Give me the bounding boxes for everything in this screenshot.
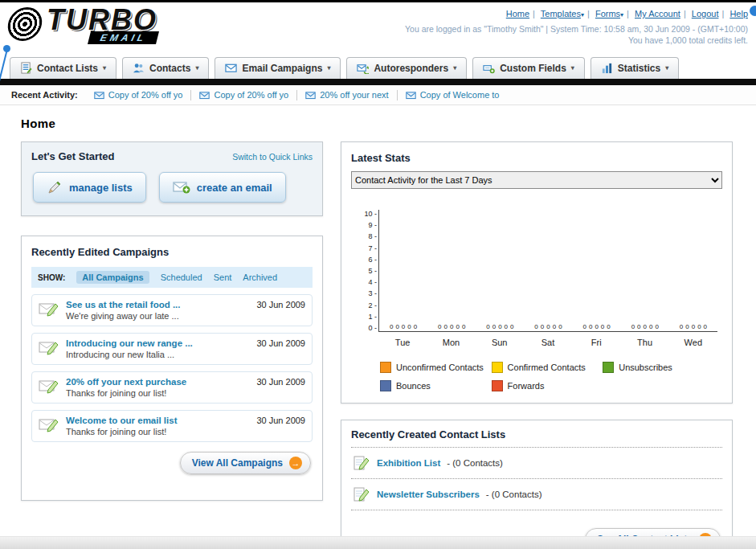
recent-activity-item[interactable]: Copy of Welcome to (398, 90, 508, 100)
legend-swatch (380, 362, 391, 373)
get-started-title: Let's Get Started (31, 150, 115, 162)
recently-edited-campaigns-panel: Recently Edited Campaigns SHOW: All Camp… (21, 236, 323, 501)
bar-value-label: 0 (462, 323, 465, 330)
nav-link-my-account[interactable]: My Account (635, 9, 680, 18)
legend-item: Unsubscribes (603, 362, 714, 373)
contact-lists-icon (20, 62, 32, 74)
bar-value-label: 0 (595, 323, 598, 330)
app-window: TURBO EMAIL Home| Templates▾| Forms▾| My… (0, 0, 756, 549)
tab-contact-lists[interactable]: Contact Lists ▾ (10, 57, 116, 79)
filter-tab-scheduled[interactable]: Scheduled (161, 272, 202, 282)
tab-statistics[interactable]: Statistics ▾ (590, 57, 679, 79)
bar-value-label: 0 (704, 323, 707, 330)
nav-link-help[interactable]: Help (729, 9, 748, 18)
legend-label: Bounces (396, 381, 431, 391)
tab-label: Statistics (618, 63, 660, 74)
switch-quick-links-link[interactable]: Switch to Quick Links (232, 152, 313, 162)
envelope-pencil-icon (39, 377, 59, 395)
bar-group: 00000 (524, 323, 572, 330)
recent-activity-label: Recent Activity: (11, 90, 78, 100)
nav-separator: | (587, 9, 590, 18)
nav-link-logout[interactable]: Logout (692, 9, 719, 18)
chart-y-tick: 1 - (356, 313, 377, 321)
campaign-title[interactable]: Introducing our new range ... (66, 338, 250, 348)
campaign-row[interactable]: 20% off your next purchase Thanks for jo… (31, 371, 313, 404)
bar-value-label: 0 (680, 323, 683, 330)
chart-x-tick-label: Sat (524, 338, 572, 347)
envelope-icon (406, 90, 416, 100)
list-pencil-icon (353, 486, 370, 502)
campaigns-title: Recently Edited Campaigns (31, 246, 169, 258)
envelope-icon (199, 90, 210, 100)
campaign-date: 30 Jun 2009 (256, 300, 305, 309)
chart-y-tick: 5 - (356, 267, 377, 275)
chart-x-tick-label: Tue (378, 338, 427, 347)
chart-x-tick-label: Wed (669, 338, 717, 347)
create-email-button[interactable]: create an email (159, 172, 286, 203)
legend-swatch (603, 362, 614, 373)
tab-autoresponders[interactable]: Autoresponders ▾ (346, 57, 467, 79)
contact-list-item[interactable]: Exhibition List - (0 Contacts) (351, 448, 722, 479)
campaign-title[interactable]: See us at the retail food ... (66, 300, 250, 309)
campaign-row[interactable]: Introducing our new range ... Introducin… (31, 333, 313, 365)
chart-y-tick: 9 - (356, 221, 377, 229)
nav-link-forms[interactable]: Forms (595, 9, 620, 18)
bar-value-label: 0 (450, 323, 453, 330)
contact-list-name[interactable]: Newsletter Subscribers (377, 490, 480, 499)
login-info: You are logged in as "Timothy Smith" | S… (405, 24, 748, 34)
recent-activity-item[interactable]: Copy of 20% off yo (86, 90, 192, 100)
bar-value-label: 0 (492, 323, 496, 330)
bar-value-label: 0 (402, 323, 405, 330)
email-campaigns-icon (225, 62, 237, 74)
nav-separator: | (533, 9, 535, 18)
filter-tab-archived[interactable]: Archived (243, 272, 277, 282)
bar-value-label: 0 (583, 323, 586, 330)
tab-custom-fields[interactable]: Custom Fields ▾ (472, 57, 585, 79)
envelope-pencil-icon (39, 416, 59, 433)
contact-activity-chart: 10 -9 -8 -7 -6 -5 -4 -3 -2 -1 -0 - 00000… (356, 210, 717, 391)
contacts-icon (133, 62, 145, 74)
app-logo: TURBO EMAIL (8, 6, 157, 52)
filter-tab-all-campaigns[interactable]: All Campaigns (76, 271, 149, 284)
corner-decoration-dot (750, 6, 756, 16)
bar-value-label: 0 (438, 323, 441, 330)
campaign-date: 30 Jun 2009 (256, 338, 305, 348)
bar-value-label: 0 (395, 323, 398, 330)
contact-list-item[interactable]: Newsletter Subscribers - (0 Contacts) (351, 479, 722, 510)
view-all-campaigns-button[interactable]: View All Campaigns → (180, 452, 311, 474)
bar-value-label: 0 (553, 323, 556, 330)
recent-activity-item[interactable]: 20% off your next (297, 90, 397, 100)
envelope-icon (305, 90, 316, 100)
footer-strip (0, 536, 756, 549)
top-nav: Home| Templates▾| Forms▾| My Account| Lo… (405, 9, 748, 18)
autoresponders-icon (357, 62, 369, 74)
nav-separator: | (684, 9, 686, 18)
nav-link-home[interactable]: Home (506, 9, 529, 18)
bar-value-label: 0 (414, 323, 417, 330)
campaign-row[interactable]: Welcome to our email list Thanks for joi… (31, 410, 313, 442)
campaign-date: 30 Jun 2009 (256, 416, 305, 425)
filter-tab-sent[interactable]: Sent (214, 272, 232, 282)
campaign-title[interactable]: 20% off your next purchase (66, 377, 250, 387)
tab-label: Contacts (149, 63, 190, 74)
bar-value-label: 0 (655, 323, 658, 330)
campaign-row[interactable]: See us at the retail food ... We're givi… (31, 294, 313, 326)
tab-email-campaigns[interactable]: Email Campaigns ▾ (215, 57, 341, 79)
show-label: SHOW: (38, 273, 65, 282)
tab-contacts[interactable]: Contacts ▾ (122, 57, 209, 79)
bar-value-label: 0 (685, 323, 689, 330)
nav-separator: | (627, 9, 629, 18)
campaign-title[interactable]: Welcome to our email list (66, 416, 250, 425)
chart-y-tick: 3 - (356, 289, 377, 297)
bar-value-label: 0 (546, 323, 550, 330)
manage-lists-button[interactable]: manage lists (33, 172, 146, 203)
bar-value-label: 0 (456, 323, 459, 330)
recent-activity-item[interactable]: Copy of 20% off yo (191, 90, 297, 100)
tab-label: Autoresponders (374, 63, 448, 74)
bar-value-label: 0 (486, 323, 489, 330)
stats-range-select[interactable]: Contact Activity for the Last 7 Days (351, 171, 722, 189)
chart-plot-groups: 00000000000000000000000000000000000 (379, 323, 717, 330)
contact-list-name[interactable]: Exhibition List (377, 458, 440, 468)
nav-link-templates[interactable]: Templates (541, 9, 581, 18)
bar-value-label: 0 (541, 323, 544, 330)
